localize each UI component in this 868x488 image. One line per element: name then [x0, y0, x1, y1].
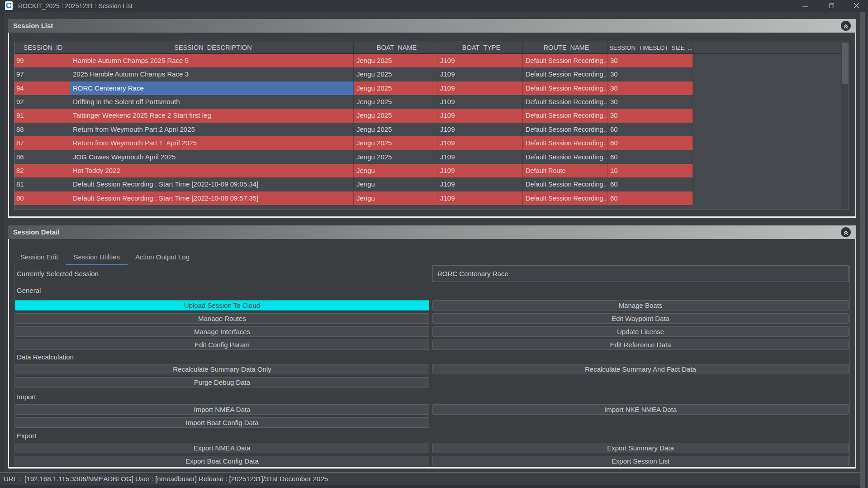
table-row[interactable]: 92Drifting in the Solent off PortsmouthJ… — [14, 95, 693, 109]
cell-boat_type[interactable]: J109 — [437, 54, 523, 67]
cell-boat_type[interactable]: J109 — [437, 81, 523, 95]
table-row[interactable]: 81Default Session Recording : Start Time… — [14, 177, 693, 191]
button-purge-debug-data[interactable]: Purge Debug Data — [15, 377, 429, 388]
cell-route_name[interactable]: Default Session Recording... — [523, 177, 607, 191]
tab-session-utilties[interactable]: Session Utilties — [66, 250, 128, 265]
cell-session_id[interactable]: 91 — [14, 109, 70, 122]
button-export-boat-config-data[interactable]: Export Boat Config Data — [15, 456, 429, 466]
cell-boat_name[interactable]: Jengu 2025 — [354, 136, 437, 150]
cell-boat_name[interactable]: Jengu 2025 — [354, 123, 437, 136]
cell-session_description[interactable]: Hot Toddy 2022 — [70, 164, 354, 177]
table-row[interactable]: 82Hot Toddy 2022JenguJ109Default Route10 — [14, 164, 693, 177]
close-button[interactable] — [849, 0, 864, 12]
table-row[interactable]: 99Hamble Autumn Champs 2025 Race 5Jengu … — [14, 54, 693, 67]
cell-session_id[interactable]: 86 — [14, 150, 70, 164]
cell-session_timeslot_size[interactable]: 30 — [607, 54, 693, 67]
collapse-session-list-icon[interactable] — [841, 21, 851, 31]
collapse-session-detail-icon[interactable] — [841, 227, 851, 237]
cell-session_timeslot_size[interactable]: 30 — [607, 95, 693, 109]
button-import-nke-nmea-data[interactable]: Import NKE NMEA Data — [432, 404, 849, 415]
currently-selected-session-field[interactable]: RORC Centenary Race — [432, 265, 849, 282]
button-edit-config-param[interactable]: Edit Config Param — [15, 340, 429, 350]
cell-session_description[interactable]: JOG Cowes Weymouth April 2025 — [70, 150, 354, 164]
cell-boat_name[interactable]: Jengu 2025 — [354, 109, 437, 122]
cell-session_description[interactable]: Return from Weymouth Part 1 April 2025 — [70, 136, 354, 150]
cell-boat_name[interactable]: Jengu 2025 — [354, 150, 437, 164]
cell-session_id[interactable]: 92 — [14, 95, 70, 109]
table-row[interactable]: 88Return from Weymouth Part 2 April 2025… — [14, 123, 693, 136]
cell-boat_type[interactable]: J109 — [437, 109, 523, 122]
cell-session_description[interactable]: RORC Centenary Race — [70, 81, 354, 95]
cell-boat_type[interactable]: J109 — [437, 123, 523, 136]
cell-session_description[interactable]: Default Session Recording : Start Time [… — [70, 177, 354, 191]
cell-session_timeslot_size[interactable]: 60 — [607, 123, 693, 136]
cell-session_id[interactable]: 82 — [14, 164, 70, 177]
cell-route_name[interactable]: Default Session Recording... — [523, 81, 607, 95]
cell-boat_name[interactable]: Jengu 2025 — [354, 81, 437, 95]
tab-session-edit[interactable]: Session Edit — [13, 250, 66, 265]
cell-boat_name[interactable]: Jengu — [354, 164, 437, 177]
cell-session_id[interactable]: 97 — [14, 67, 70, 81]
cell-session_id[interactable]: 94 — [14, 81, 70, 95]
cell-route_name[interactable]: Default Session Recording... — [523, 123, 607, 136]
column-header-route-name[interactable]: ROUTE_NAME — [523, 42, 607, 53]
column-header-boat-type[interactable]: BOAT_TYPE — [437, 42, 523, 53]
button-export-session-list[interactable]: Export Session List — [432, 456, 849, 466]
button-manage-boats[interactable]: Manage Boats — [432, 300, 849, 311]
cell-boat_name[interactable]: Jengu 2025 — [354, 67, 437, 81]
table-row[interactable]: 94RORC Centenary RaceJengu 2025J109Defau… — [14, 81, 693, 95]
cell-session_timeslot_size[interactable]: 30 — [607, 109, 693, 122]
cell-route_name[interactable]: Default Route — [523, 164, 607, 177]
tab-action-output-log[interactable]: Action Output Log — [128, 250, 197, 265]
button-update-license[interactable]: Update License — [432, 326, 849, 337]
button-export-nmea-data[interactable]: Export NMEA Data — [15, 443, 429, 453]
cell-session_timeslot_size[interactable]: 60 — [607, 136, 693, 150]
cell-boat_type[interactable]: J109 — [437, 67, 523, 81]
column-header-session-id[interactable]: SESSION_ID — [14, 42, 70, 53]
cell-route_name[interactable]: Default Session Recording... — [523, 109, 607, 122]
cell-session_description[interactable]: 2025 Hamble Autumn Champs Race 3 — [70, 67, 354, 81]
column-header-session-timeslot-size-[interactable]: SESSION_TIMESLOT_SIZE_... — [607, 42, 693, 53]
button-recalculate-summary-data-only[interactable]: Recalculate Summary Data Only — [15, 364, 429, 374]
table-row[interactable]: 972025 Hamble Autumn Champs Race 3Jengu … — [14, 67, 693, 81]
cell-session_timeslot_size[interactable]: 10 — [607, 164, 693, 177]
cell-session_id[interactable]: 87 — [14, 136, 70, 150]
cell-route_name[interactable]: Default Session Recording... — [523, 191, 607, 205]
button-export-summary-data[interactable]: Export Summary Data — [432, 443, 849, 453]
cell-route_name[interactable]: Default Session Recording... — [523, 54, 607, 67]
button-edit-waypoint-data[interactable]: Edit Waypoint Data — [432, 313, 849, 324]
cell-session_description[interactable]: Return from Weymouth Part 2 April 2025 — [70, 123, 354, 136]
cell-session_timeslot_size[interactable]: 60 — [607, 177, 693, 191]
cell-route_name[interactable]: Default Session Recording... — [523, 136, 607, 150]
button-recalculate-summary-and-fact-data[interactable]: Recalculate Summary And Fact Data — [432, 364, 849, 374]
table-row[interactable]: 91Taittinger Weekend 2025 Race 2 Start f… — [14, 109, 693, 122]
table-row[interactable]: 80Default Session Recording : Start Time… — [14, 191, 693, 205]
cell-boat_name[interactable]: Jengu 2025 — [354, 95, 437, 109]
cell-route_name[interactable]: Default Session Recording... — [523, 95, 607, 109]
cell-boat_type[interactable]: J109 — [437, 191, 523, 205]
cell-boat_type[interactable]: J109 — [437, 164, 523, 177]
cell-boat_type[interactable]: J109 — [437, 95, 523, 109]
cell-session_description[interactable]: Taittinger Weekend 2025 Race 2 Start fir… — [70, 109, 354, 122]
button-import-nmea-data[interactable]: Import NMEA Data — [15, 404, 429, 415]
cell-boat_type[interactable]: J109 — [437, 136, 523, 150]
cell-boat_name[interactable]: Jengu 2025 — [354, 54, 437, 67]
button-edit-reference-data[interactable]: Edit Reference Data — [432, 340, 849, 350]
cell-boat_name[interactable]: Jengu — [354, 177, 437, 191]
button-upload-session-to-cloud[interactable]: Upload Session To Cloud — [15, 300, 429, 311]
cell-boat_name[interactable]: Jengu — [354, 191, 437, 205]
table-row[interactable]: 87Return from Weymouth Part 1 April 2025… — [14, 136, 693, 150]
cell-session_id[interactable]: 80 — [14, 191, 70, 205]
button-manage-routes[interactable]: Manage Routes — [15, 313, 429, 324]
button-manage-interfaces[interactable]: Manage Interfaces — [15, 326, 429, 337]
cell-boat_type[interactable]: J109 — [437, 150, 523, 164]
cell-session_id[interactable]: 88 — [14, 123, 70, 136]
cell-route_name[interactable]: Default Session Recording... — [523, 67, 607, 81]
cell-session_description[interactable]: Drifting in the Solent off Portsmouth — [70, 95, 354, 109]
cell-session_id[interactable]: 81 — [14, 177, 70, 191]
table-row[interactable]: 86JOG Cowes Weymouth April 2025Jengu 202… — [14, 150, 693, 164]
cell-session_description[interactable]: Hamble Autumn Champs 2025 Race 5 — [70, 54, 354, 67]
cell-session_timeslot_size[interactable]: 60 — [607, 150, 693, 164]
column-header-session-description[interactable]: SESSION_DESCRIPTION — [70, 42, 354, 53]
cell-session_description[interactable]: Default Session Recording : Start Time [… — [70, 191, 354, 205]
